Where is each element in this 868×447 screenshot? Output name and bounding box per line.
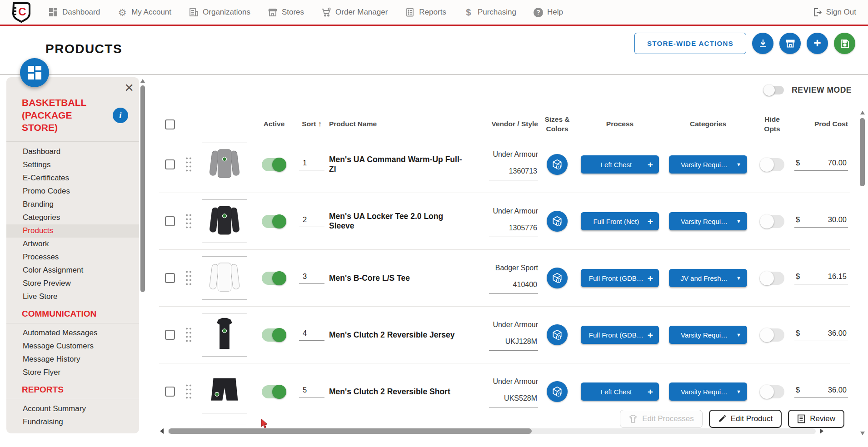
col-sort[interactable]: Sort ↑	[294, 119, 329, 129]
sort-order-input[interactable]: 2	[299, 215, 324, 227]
scrollbar-thumb[interactable]	[140, 85, 145, 292]
hide-opts-toggle[interactable]	[760, 328, 784, 342]
add-product-button[interactable]: +	[807, 33, 828, 54]
select-all-checkbox[interactable]	[165, 119, 175, 129]
sizes-colors-button[interactable]: !	[547, 324, 568, 345]
sort-order-input[interactable]: 3	[299, 272, 324, 284]
hide-opts-toggle[interactable]	[760, 215, 784, 228]
sidebar-item[interactable]: Processes	[6, 251, 139, 264]
row-checkbox[interactable]	[165, 330, 175, 340]
sidebar-item[interactable]: E-Certificates	[6, 172, 139, 185]
sidebar-item[interactable]: Message Customers	[6, 340, 139, 353]
sort-order-input[interactable]: 1	[299, 159, 324, 170]
row-checkbox[interactable]	[165, 273, 175, 283]
sidebar-item[interactable]: COMMUNICATION	[6, 303, 139, 323]
sort-order-input[interactable]: 4	[299, 329, 324, 341]
drag-handle-icon[interactable]	[185, 383, 191, 400]
review-button[interactable]: Review	[788, 410, 844, 428]
prod-cost-input[interactable]: $ 36.00	[794, 386, 848, 398]
scrollbar-track[interactable]	[168, 428, 816, 434]
nav-reports[interactable]: Reports	[405, 7, 446, 17]
scroll-right-arrow[interactable]	[820, 428, 823, 434]
sidebar-item[interactable]: Dashboard	[6, 145, 139, 159]
sidebar-item[interactable]: Color Assignment	[6, 264, 139, 277]
scroll-down-arrow[interactable]	[860, 432, 865, 435]
sidebar-item[interactable]: Artwork	[6, 238, 139, 251]
sizes-colors-button[interactable]: !	[547, 154, 568, 175]
active-toggle[interactable]	[262, 158, 286, 171]
product-thumbnail[interactable]	[202, 256, 247, 300]
hide-opts-toggle[interactable]	[760, 272, 784, 285]
save-button[interactable]	[834, 33, 855, 54]
product-thumbnail[interactable]	[202, 370, 247, 413]
info-icon[interactable]: i	[113, 108, 128, 123]
active-toggle[interactable]	[262, 385, 286, 398]
prod-cost-input[interactable]: $ 30.00	[794, 215, 848, 228]
prod-cost-input[interactable]: $ 36.00	[794, 329, 848, 341]
drag-handle-icon[interactable]	[185, 327, 191, 343]
scrollbar-thumb[interactable]	[169, 428, 532, 434]
sidebar-item[interactable]: Fundraising	[6, 416, 139, 429]
categories-dropdown[interactable]: Varsity Requi… ▼	[669, 212, 747, 230]
scroll-up-arrow[interactable]	[140, 79, 145, 83]
product-thumbnail[interactable]	[202, 143, 247, 186]
sidebar-item[interactable]: Message History	[6, 353, 139, 366]
sign-out-button[interactable]: Sign Out	[812, 7, 856, 17]
sizes-colors-button[interactable]: !	[547, 381, 568, 402]
drag-handle-icon[interactable]	[185, 156, 191, 173]
style-number-input[interactable]: 410400	[489, 279, 538, 294]
sidebar-item[interactable]: Settings	[6, 159, 139, 172]
sidebar-item[interactable]: Live Store	[6, 290, 139, 303]
product-thumbnail[interactable]	[202, 313, 247, 357]
sizes-colors-button[interactable]: !	[547, 211, 568, 232]
process-button[interactable]: Left Chest +	[581, 382, 659, 401]
scroll-up-arrow[interactable]	[860, 111, 865, 114]
edit-product-button[interactable]: Edit Product	[709, 410, 782, 428]
hide-opts-toggle[interactable]	[760, 158, 784, 171]
sidebar-item[interactable]: Store Preview	[6, 277, 139, 290]
categories-dropdown[interactable]: JV and Fresh… ▼	[669, 269, 747, 287]
hide-opts-toggle[interactable]	[760, 385, 784, 398]
row-checkbox[interactable]	[165, 387, 175, 397]
prod-cost-input[interactable]: $ 70.00	[794, 159, 848, 171]
sidebar-item[interactable]: Branding	[6, 198, 139, 211]
sidebar-item[interactable]: Account Summary	[6, 402, 139, 416]
style-number-input[interactable]: 1305776	[489, 223, 538, 237]
style-number-input[interactable]: 1360713	[489, 166, 538, 180]
sidebar-item[interactable]: Products	[6, 224, 139, 238]
process-button[interactable]: Full Front (GDB… +	[581, 326, 659, 344]
sidebar-item[interactable]: REPORTS	[6, 379, 139, 399]
product-thumbnail[interactable]	[202, 199, 247, 243]
process-button[interactable]: Full Front (GDB… +	[581, 269, 659, 287]
sidebar-item[interactable]: Automated Messages	[6, 327, 139, 340]
sort-order-input[interactable]: 5	[299, 386, 324, 397]
process-button[interactable]: Left Chest +	[581, 155, 659, 174]
sizes-colors-button[interactable]: !	[547, 268, 568, 288]
nav-help[interactable]: ? Help	[534, 8, 563, 17]
scroll-left-arrow[interactable]	[160, 428, 164, 434]
vertical-scrollbar[interactable]	[859, 111, 866, 435]
style-number-input[interactable]: UKS528M	[489, 393, 538, 407]
categories-dropdown[interactable]: Varsity Requi… ▼	[669, 326, 747, 344]
prod-cost-input[interactable]: $ 16.15	[794, 272, 848, 284]
scrollbar-thumb[interactable]	[860, 118, 865, 186]
drag-handle-icon[interactable]	[185, 213, 191, 229]
download-button[interactable]	[752, 33, 773, 54]
sidebar-item[interactable]: Store Flyer	[6, 366, 139, 379]
sidebar-item[interactable]: Categories	[6, 211, 139, 224]
nav-my-account[interactable]: ⚙ My Account	[117, 7, 171, 17]
sidebar-menu-button[interactable]	[20, 58, 49, 87]
active-toggle[interactable]	[262, 328, 286, 342]
sidebar-item[interactable]: Promo Codes	[6, 185, 139, 198]
drag-handle-icon[interactable]	[185, 270, 191, 286]
nav-stores[interactable]: Stores	[268, 7, 304, 17]
nav-organizations[interactable]: Organizations	[189, 7, 250, 17]
categories-dropdown[interactable]: Varsity Requi… ▼	[669, 382, 747, 401]
nav-order-manager[interactable]: Order Manager	[321, 7, 388, 17]
nav-dashboard[interactable]: Dashboard	[48, 7, 100, 17]
process-button[interactable]: Full Front (Net) +	[581, 212, 659, 230]
active-toggle[interactable]	[262, 272, 286, 285]
store-wide-actions-button[interactable]: STORE-WIDE ACTIONS	[634, 33, 746, 54]
nav-purchasing[interactable]: $ Purchasing	[464, 7, 516, 17]
brand-logo[interactable]: C	[12, 2, 31, 23]
